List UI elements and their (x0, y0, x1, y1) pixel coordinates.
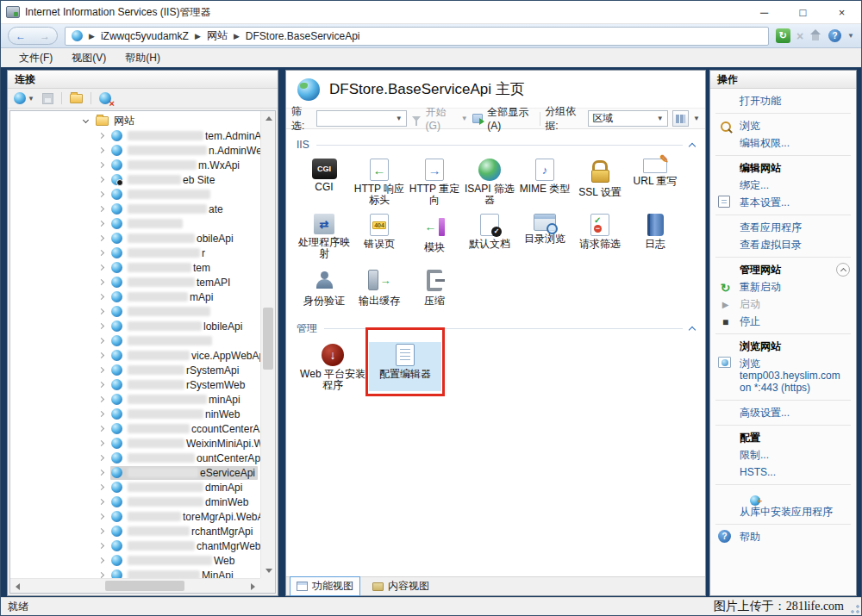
tree-vertical-scrollbar[interactable] (260, 111, 275, 578)
tree-site-row[interactable]: m.WxApi (10, 158, 260, 172)
action-item[interactable]: 查看应用程序 (710, 219, 856, 236)
chevron-collapsed-icon[interactable] (98, 528, 104, 534)
tree-site-row[interactable]: WeixinMiniApi.WebApi (10, 436, 260, 451)
feature-item[interactable]: 压缩 (407, 265, 462, 307)
tree-site-row[interactable]: MinApi (10, 568, 260, 578)
feature-item[interactable]: HTTP 重定向 (407, 157, 462, 206)
action-item[interactable]: HSTS... (710, 464, 856, 481)
chevron-expanded-icon[interactable] (83, 116, 89, 122)
action-item[interactable]: 绑定... (710, 177, 856, 194)
feature-item[interactable]: 日志 (628, 212, 683, 259)
tree-site-row[interactable]: tem (10, 260, 260, 275)
chevron-collapsed-icon[interactable] (98, 308, 104, 314)
feature-item[interactable]: 身份验证 (297, 265, 352, 307)
chevron-collapsed-icon[interactable] (98, 206, 104, 212)
tree-site-row[interactable]: ccountCenterApi (10, 421, 260, 436)
collapse-section-button[interactable] (836, 263, 850, 277)
vertical-scroll-thumb[interactable] (263, 308, 273, 370)
action-item[interactable]: 启动 (710, 296, 856, 313)
action-item[interactable] (715, 257, 851, 258)
tree-site-row[interactable]: obileApi (10, 231, 260, 246)
action-item[interactable] (715, 484, 851, 485)
tree-site-row[interactable]: vice.AppWebApi (10, 348, 260, 363)
tree-site-row[interactable]: eServiceApi (10, 465, 260, 480)
save-connection-button[interactable] (42, 93, 53, 104)
tree-site-row[interactable]: tem.AdminApi (10, 128, 260, 143)
chevron-collapsed-icon[interactable] (98, 367, 104, 373)
scroll-right-arrow[interactable] (251, 583, 255, 590)
action-item[interactable]: 限制... (710, 446, 856, 464)
back-button[interactable]: ← (16, 30, 26, 42)
minimize-button[interactable]: ─ (745, 1, 784, 23)
breadcrumb-item[interactable]: iZwwqc5yvudamkZ (101, 30, 189, 42)
new-connection-button[interactable]: ▼ (14, 92, 34, 104)
tree-site-row[interactable] (10, 187, 260, 202)
chevron-collapsed-icon[interactable] (98, 411, 104, 417)
breadcrumb-item[interactable]: DFStore.BaseServiceApi (246, 30, 360, 42)
feature-item[interactable]: 请求筛选 (572, 212, 628, 259)
collapse-group-icon[interactable] (689, 327, 696, 333)
feature-item[interactable]: MIME 类型 (517, 157, 572, 206)
action-item[interactable]: 配置 (710, 429, 856, 446)
chevron-collapsed-icon[interactable] (98, 396, 104, 402)
chevron-collapsed-icon[interactable] (98, 323, 104, 329)
action-item[interactable]: 高级设置... (710, 404, 856, 421)
tree-site-row[interactable]: rSystemApi (10, 363, 260, 377)
help-dropdown-icon[interactable]: ▼ (847, 32, 854, 40)
tab-features-view[interactable]: 功能视图 (290, 576, 360, 596)
tree-site-row[interactable]: lobileApi (10, 319, 260, 333)
tree-site-row[interactable]: n.AdminWeb (10, 143, 260, 158)
chevron-collapsed-icon[interactable] (98, 264, 104, 271)
tree-site-row[interactable]: minApi (10, 392, 260, 407)
scroll-down-arrow[interactable] (265, 569, 272, 573)
tree-site-row[interactable]: rSystemWeb (10, 377, 260, 392)
feature-item[interactable]: HTTP 响应标头 (352, 157, 407, 206)
forward-button[interactable]: → (40, 30, 50, 42)
collapse-group-icon[interactable] (689, 142, 696, 149)
menu-item[interactable]: 帮助(H) (116, 49, 170, 67)
chevron-collapsed-icon[interactable] (98, 279, 104, 285)
feature-item[interactable]: 错误页 (352, 212, 407, 259)
chevron-collapsed-icon[interactable] (98, 470, 104, 476)
chevron-collapsed-icon[interactable] (98, 250, 104, 256)
action-item[interactable]: 从库中安装应用程序 (710, 488, 856, 520)
action-item[interactable]: 基本设置... (710, 194, 856, 211)
view-mode-button[interactable] (672, 110, 690, 127)
menu-item[interactable]: 文件(F) (9, 49, 62, 67)
show-all-button[interactable]: 全部显示(A) (487, 105, 535, 132)
feature-item[interactable]: URL 重写 (628, 157, 683, 206)
chevron-collapsed-icon[interactable] (98, 557, 104, 563)
chevron-collapsed-icon[interactable] (98, 440, 104, 446)
tree-site-row[interactable]: ate (10, 202, 260, 216)
action-item[interactable] (715, 155, 851, 156)
tree-horizontal-scrollbar[interactable] (10, 578, 260, 593)
feature-item[interactable]: 模块 (407, 212, 462, 259)
feature-item[interactable]: 处理程序映射 (297, 212, 352, 259)
feature-item[interactable]: CGI (297, 157, 352, 206)
tree-site-row[interactable]: r (10, 246, 260, 260)
chevron-collapsed-icon[interactable] (98, 162, 104, 168)
help-icon[interactable]: ? (828, 29, 841, 42)
action-item[interactable] (715, 524, 851, 525)
action-item[interactable] (715, 215, 851, 215)
filter-input[interactable]: ▼ (316, 110, 407, 127)
chevron-collapsed-icon[interactable] (98, 338, 104, 344)
tree-site-row[interactable] (10, 304, 260, 319)
breadcrumb-item[interactable]: 网站 (207, 28, 228, 43)
home-icon[interactable] (809, 30, 822, 41)
chevron-collapsed-icon[interactable] (98, 352, 104, 358)
chevron-collapsed-icon[interactable] (98, 426, 104, 432)
scroll-up-arrow[interactable] (265, 116, 272, 121)
chevron-collapsed-icon[interactable] (98, 235, 104, 241)
action-item[interactable] (715, 400, 851, 401)
feature-item[interactable]: 目录浏览 (517, 212, 572, 259)
action-item[interactable]: 重新启动 (710, 278, 856, 296)
action-item[interactable]: 编辑网站 (710, 159, 856, 177)
tree-site-row[interactable]: dminApi (10, 480, 260, 495)
feature-item[interactable]: ISAPI 筛选器 (462, 157, 517, 206)
menu-item[interactable]: 视图(V) (62, 49, 116, 67)
tree-node-sites-root[interactable]: 网站 (10, 114, 260, 128)
action-item[interactable]: 查看虚拟目录 (710, 236, 856, 253)
filter-go-button[interactable]: 开始(G) (426, 105, 457, 132)
tree-site-row[interactable]: ninWeb (10, 407, 260, 421)
